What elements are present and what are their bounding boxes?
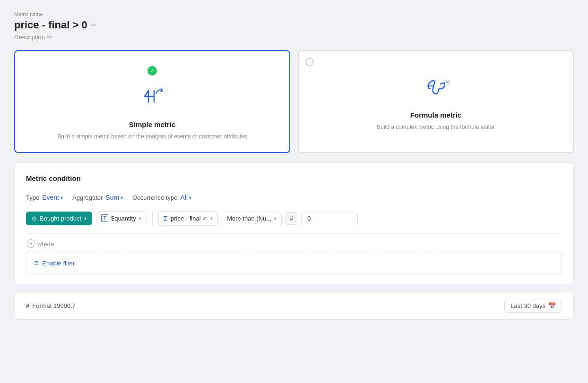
metric-header: Metric name price - final > 0 ✏ Descript… [14,11,574,41]
footer-bar: # Format 19000.7 Last 30 days 📅 [14,292,574,320]
format-label: # Format 19000.7 [26,302,76,309]
hash-format-icon: # [26,302,29,309]
simple-metric-title: Simple metric [129,120,175,128]
formula-field-chevron: ▾ [210,216,213,221]
metric-name-label: Metric name [14,11,574,17]
type-chevron: ▾ [61,195,63,200]
comparison-select[interactable]: More than (Nu... ▾ [222,212,282,225]
aggregator-field-select[interactable]: T $quantity ▾ [96,211,147,225]
occurrence-dropdown[interactable]: All ▾ [181,194,192,201]
value-input[interactable] [301,212,358,225]
simple-metric-card[interactable]: ✓ Simple metric Build a simple metric ba… [14,50,290,153]
comparison-chevron: ▾ [274,216,277,221]
aggregator-chevron: ▾ [121,195,123,200]
type-label: Type [26,194,39,201]
filter-builder-row: ⊙ Bought product ▾ T $quantity ▾ Σ price… [26,211,562,234]
formula-radio [305,58,314,66]
aggregator-value: Sum [105,194,119,201]
condition-title: Metric condition [26,174,562,182]
format-text: Format 19000.7 [32,302,76,309]
comparison-value: More than (Nu... [227,215,271,222]
aggregator-label: Aggregator [72,194,103,201]
type-dropdown[interactable]: Event ▾ [42,194,63,201]
type-group: Type Event ▾ [26,194,63,201]
where-label: where [37,240,54,247]
occurrence-label: Occurrence type [132,194,177,201]
formula-field-value: price - final ✓ [171,215,208,222]
calendar-icon: 📅 [548,302,556,309]
simple-metric-desc: Build a simple metric based on the analy… [57,132,247,141]
date-range-button[interactable]: Last 30 days 📅 [504,299,562,313]
text-icon: T [101,214,108,222]
edit-description-icon[interactable]: ✏ [47,33,52,41]
hash-icon: # [285,212,297,225]
condition-section: Metric condition Type Event ▾ Aggregator… [14,162,574,284]
svg-text:(x): (x) [444,79,450,85]
formula-metric-title: Formula metric [410,111,461,119]
occurrence-chevron: ▾ [189,195,191,200]
aggregator-dropdown[interactable]: Sum ▾ [105,194,123,201]
formula-field-select[interactable]: Σ price - final ✓ ▾ [158,211,218,226]
edit-title-icon[interactable]: ✏ [91,21,97,29]
enable-filter-label: Enable filter [42,260,75,267]
where-row: + where [26,239,562,248]
description-label: Description [14,34,45,41]
aggregator-group: Aggregator Sum ▾ [72,194,123,201]
filter-lines-icon: ≡ [34,259,38,267]
sigma-icon: Σ [164,214,168,222]
formula-metric-card[interactable]: (x) Formula metric Build a complex metri… [298,50,574,153]
event-chevron: ▾ [84,216,86,221]
enable-filter-row[interactable]: ≡ Enable filter [26,252,562,274]
occurrence-value: All [181,194,188,201]
description-row[interactable]: Description ✏ [14,33,574,41]
metric-type-cards: ✓ Simple metric Build a simple metric ba… [14,50,574,153]
selected-indicator: ✓ [147,66,157,76]
aggregator-field-chevron: ▾ [139,216,141,221]
plus-circle-icon: + [27,239,35,248]
condition-controls-row: Type Event ▾ Aggregator Sum ▾ Occurrence… [26,194,562,201]
occurrence-group: Occurrence type All ▾ [132,194,191,201]
formula-metric-icon: (x) [419,68,453,103]
formula-metric-desc: Build a complex metric using the formula… [377,123,494,131]
filter-divider [152,211,153,226]
metric-title: price - final > 0 [14,19,87,31]
add-where-button[interactable]: + where [27,239,54,248]
simple-metric-icon [135,77,169,113]
type-value: Event [42,194,59,201]
aggregator-field-value: $quantity [111,215,136,222]
event-button[interactable]: ⊙ Bought product ▾ [26,212,92,225]
event-icon: ⊙ [32,215,37,222]
date-range-label: Last 30 days [510,302,545,309]
metric-title-row: price - final > 0 ✏ [14,19,574,31]
event-label: Bought product [40,215,81,222]
